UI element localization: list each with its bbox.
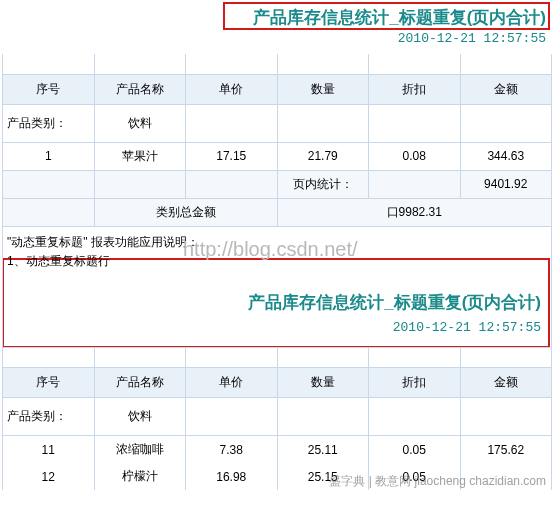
- table-header-row: 序号 产品名称 单价 数量 折扣 金额: [3, 74, 552, 104]
- report2-title: 产品库存信息统计_标题重复(页内合计): [7, 271, 547, 318]
- category-row: 产品类别： 饮料: [3, 104, 552, 142]
- col-name: 产品名称: [94, 74, 186, 104]
- report1-timestamp: 2010-12-21 12:57:55: [2, 31, 552, 54]
- note-line2: 1、动态重复标题行: [7, 252, 547, 271]
- col-qty: 数量: [277, 74, 369, 104]
- report2-timestamp: 2010-12-21 12:57:55: [7, 318, 547, 341]
- col-disc: 折扣: [369, 368, 461, 398]
- category-value: 饮料: [94, 398, 186, 436]
- col-no: 序号: [3, 368, 95, 398]
- pagesum-label: 页内统计：: [277, 170, 369, 198]
- category-total-row: 类别总金额 口9982.31: [3, 198, 552, 226]
- report1-title: 产品库存信息统计_标题重复(页内合计): [2, 2, 552, 31]
- col-amt: 金额: [460, 368, 552, 398]
- cattotal-value: 口9982.31: [277, 198, 552, 226]
- col-price: 单价: [186, 368, 278, 398]
- col-no: 序号: [3, 74, 95, 104]
- col-qty: 数量: [277, 368, 369, 398]
- note-line1: "动态重复标题" 报表功能应用说明：: [7, 233, 547, 252]
- note-block: http://blog.csdn.net/ "动态重复标题" 报表功能应用说明：…: [2, 227, 552, 348]
- table-row: 11 浓缩咖啡 7.38 25.11 0.05 175.62: [3, 436, 552, 464]
- page-subtotal-row: 页内统计： 9401.92: [3, 170, 552, 198]
- col-disc: 折扣: [369, 74, 461, 104]
- col-amt: 金额: [460, 74, 552, 104]
- category-row: 产品类别： 饮料: [3, 398, 552, 436]
- col-name: 产品名称: [94, 368, 186, 398]
- table-row: 1 苹果汁 17.15 21.79 0.08 344.63: [3, 142, 552, 170]
- category-value: 饮料: [94, 104, 186, 142]
- report1-table: 序号 产品名称 单价 数量 折扣 金额 产品类别： 饮料 1 苹果汁 17.15…: [2, 54, 552, 227]
- col-price: 单价: [186, 74, 278, 104]
- table-header-row: 序号 产品名称 单价 数量 折扣 金额: [3, 368, 552, 398]
- category-label: 产品类别：: [3, 398, 95, 436]
- table-row: 12 柠檬汁 16.98 25.15 0.05: [3, 463, 552, 490]
- pagesum-amt: 9401.92: [460, 170, 552, 198]
- report2-table: 序号 产品名称 单价 数量 折扣 金额 产品类别： 饮料 11 浓缩咖啡 7.3…: [2, 348, 552, 491]
- category-label: 产品类别：: [3, 104, 95, 142]
- cattotal-label: 类别总金额: [94, 198, 277, 226]
